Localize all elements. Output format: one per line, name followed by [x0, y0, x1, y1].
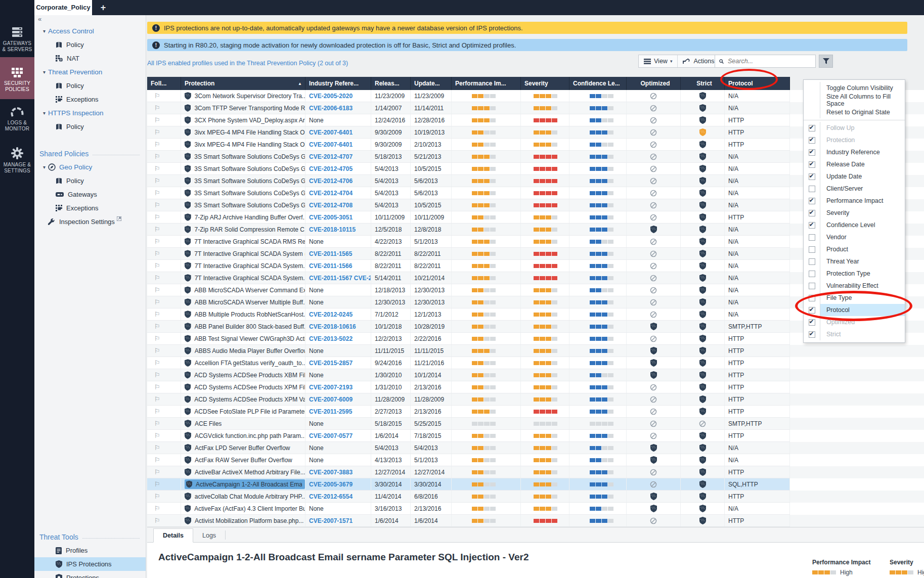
checkbox-icon[interactable]: [809, 283, 815, 289]
checkbox-icon[interactable]: [809, 222, 815, 229]
tree-item-exceptions[interactable]: Exceptions: [34, 201, 146, 215]
rail-security-policies[interactable]: SECURITYPOLICIES: [0, 57, 34, 99]
cve-link[interactable]: CVE-2005-2020: [309, 93, 353, 100]
table-row[interactable]: ⚐ 7-Zip RAR Solid Compression Remote C..…: [147, 224, 790, 236]
tree-item-gateways[interactable]: Gateways: [34, 188, 146, 201]
table-row[interactable]: ⚐ 3ivx MPEG-4 MP4 File Handling Stack O.…: [147, 139, 790, 151]
table-row[interactable]: ⚐ 3S Smart Software Solutions CoDeSys G.…: [147, 151, 790, 163]
flag-icon[interactable]: ⚐: [154, 177, 160, 185]
filter-button[interactable]: [819, 55, 833, 68]
table-row[interactable]: ⚐ ACD Systems ACDSee Products XPM File..…: [147, 381, 790, 393]
flag-icon[interactable]: ⚐: [154, 189, 160, 197]
checkbox-icon[interactable]: [809, 186, 815, 192]
flag-icon[interactable]: ⚐: [154, 432, 160, 439]
table-row[interactable]: ⚐ ABB MicroSCADA Wserver Multiple Buff..…: [147, 296, 790, 308]
column-header-confidence-le-[interactable]: Confidence Le...: [569, 77, 627, 90]
checkbox-icon[interactable]: [809, 271, 815, 277]
tree-item-protections[interactable]: Protections: [34, 571, 146, 578]
flag-icon[interactable]: ⚐: [154, 505, 160, 512]
table-row[interactable]: ⚐ 3CX Phone System VAD_Deploy.aspx Ar...…: [147, 114, 790, 126]
menu-item-protocol[interactable]: Protocol: [804, 304, 905, 316]
table-row[interactable]: ⚐ Accellion FTA getStatus verify_oauth_t…: [147, 357, 790, 369]
menu-action-size-all-columns-to-fill-space[interactable]: Size All Columns to Fill Space: [804, 94, 905, 106]
checkbox-icon[interactable]: [809, 210, 815, 216]
cve-link[interactable]: CVE-2007-3883: [309, 469, 353, 476]
tree-item-policy[interactable]: Policy: [34, 120, 146, 134]
cve-link[interactable]: CVE-2007-2193: [309, 384, 353, 391]
table-row[interactable]: ⚐ ABBS Audio Media Player Buffer Overflo…: [147, 345, 790, 357]
cve-link[interactable]: CVE-2005-3051: [309, 214, 353, 221]
flag-icon[interactable]: ⚐: [154, 517, 160, 524]
profiles-link[interactable]: All IPS enabled profiles used in the Thr…: [147, 60, 348, 67]
tab-details[interactable]: Details: [153, 528, 193, 543]
column-header-performance-im-[interactable]: Performance Im...: [452, 77, 521, 90]
flag-icon[interactable]: ⚐: [154, 274, 160, 282]
cve-link[interactable]: CVE-2012-4707: [309, 153, 353, 160]
table-row[interactable]: ⚐ ActFax LPD Server Buffer Overflow None…: [147, 442, 790, 454]
column-header-industry-refere-[interactable]: Industry Refere...: [305, 77, 371, 90]
table-row[interactable]: ⚐ ACD Systems ACDSee Products XPM Val...…: [147, 393, 790, 406]
checkbox-icon[interactable]: [809, 149, 815, 156]
menu-item-product[interactable]: Product: [804, 243, 905, 255]
menu-item-industry-reference[interactable]: Industry Reference: [804, 146, 905, 158]
cve-link[interactable]: CVE-2006-6183: [309, 105, 353, 112]
table-row[interactable]: ⚐ 3S Smart Software Solutions CoDeSys G.…: [147, 187, 790, 199]
column-header-foll-[interactable]: Foll...: [147, 77, 181, 90]
cve-link[interactable]: CVE-2011-2595: [309, 408, 352, 415]
tree-item-ips-protections[interactable]: IPS Protections: [34, 557, 146, 571]
tree-item-exceptions[interactable]: Exceptions: [34, 93, 146, 106]
table-row[interactable]: ⚐ ActiveBar ActiveX Method Arbitrary Fil…: [147, 466, 790, 478]
column-header-releas-[interactable]: Releas...: [371, 77, 411, 90]
tree-item-geo-policy[interactable]: ▾Geo Policy: [34, 160, 146, 174]
cve-link[interactable]: CVE-2015-2857: [309, 360, 353, 367]
table-row[interactable]: ⚐ 3ivx MPEG-4 MP4 File Handling Stack O.…: [147, 126, 790, 139]
tree-item-threat-prevention[interactable]: ▾Threat Prevention: [34, 65, 146, 79]
tree-item-nat[interactable]: NAT: [34, 52, 146, 65]
column-header-optimized[interactable]: Optimized: [627, 77, 681, 90]
checkbox-icon[interactable]: [809, 125, 815, 131]
cve-link[interactable]: CVE-2007-6401: [309, 141, 353, 148]
table-row[interactable]: ⚐ ACGVclick function.inc.php path Param.…: [147, 430, 790, 442]
tree-item-policy[interactable]: Policy: [34, 174, 146, 188]
tree-item-profiles[interactable]: Profiles: [34, 544, 146, 557]
checkbox-icon[interactable]: [809, 307, 815, 314]
flag-icon[interactable]: ⚐: [154, 286, 160, 294]
cve-link[interactable]: CVE-2011-1566: [309, 262, 352, 270]
column-header-severity[interactable]: Severity: [521, 77, 569, 90]
search-input[interactable]: [727, 57, 811, 65]
menu-action-reset-to-original-state[interactable]: Reset to Original State: [804, 106, 905, 118]
flag-icon[interactable]: ⚐: [154, 238, 160, 245]
cve-link[interactable]: CVE-2012-4705: [309, 165, 353, 172]
table-row[interactable]: ⚐ ActiveCampaign 1-2-All Broadcast Email…: [147, 478, 790, 491]
rail-gateways-servers[interactable]: GATEWAYS& SERVERS: [0, 22, 34, 53]
rail-logs-monitor[interactable]: LOGS &MONITOR: [0, 104, 34, 132]
tree-item-access-control[interactable]: ▾Access Control: [34, 24, 146, 38]
view-button[interactable]: View▾: [639, 55, 677, 67]
table-row[interactable]: ⚐ ABB Multiple Products RobNetScanHost..…: [147, 308, 790, 321]
table-row[interactable]: ⚐ Activist Mobilization Platform base.ph…: [147, 515, 790, 527]
table-row[interactable]: ⚐ 3Com Network Supervisor Directory Tra.…: [147, 90, 790, 102]
menu-item-client-server[interactable]: Client/Server: [804, 183, 905, 195]
menu-item-vulnerability-effect[interactable]: Vulnerability Effect: [804, 280, 905, 292]
cve-link[interactable]: CVE-2011-1565: [309, 250, 352, 257]
table-row[interactable]: ⚐ ActiveFax (ActFax) 4.3 Client Importer…: [147, 503, 790, 515]
table-row[interactable]: ⚐ ACDSee FotoSlate PLP File id Parameter…: [147, 406, 790, 418]
tree-item-policy[interactable]: Policy: [34, 79, 146, 93]
flag-icon[interactable]: ⚐: [154, 335, 160, 342]
flag-icon[interactable]: ⚐: [154, 226, 160, 233]
table-row[interactable]: ⚐ ACE Files None 5/18/2015 5/25/2015 SMT…: [147, 418, 790, 430]
cve-link[interactable]: CVE-2013-5022: [309, 335, 353, 342]
flag-icon[interactable]: ⚐: [154, 420, 160, 427]
checkbox-icon[interactable]: [809, 161, 815, 168]
column-header-strict[interactable]: Strict: [681, 77, 725, 90]
menu-action-toggle-column-visibility[interactable]: Toggle Column Visibility: [804, 82, 905, 94]
table-row[interactable]: ⚐ 7T Interactive Graphical SCADA RMS Re.…: [147, 236, 790, 248]
flag-icon[interactable]: ⚐: [154, 480, 160, 488]
flag-icon[interactable]: ⚐: [154, 468, 160, 476]
table-row[interactable]: ⚐ 7-Zip ARJ Archive Handling Buffer Over…: [147, 211, 790, 224]
checkbox-icon[interactable]: [809, 198, 815, 204]
column-header-protocol[interactable]: Protocol: [725, 77, 790, 90]
table-row[interactable]: ⚐ ACD Systems ACDSee Products XBM File..…: [147, 369, 790, 381]
menu-item-vendor[interactable]: Vendor: [804, 231, 905, 243]
cve-link[interactable]: CVE-2012-4708: [309, 202, 353, 209]
